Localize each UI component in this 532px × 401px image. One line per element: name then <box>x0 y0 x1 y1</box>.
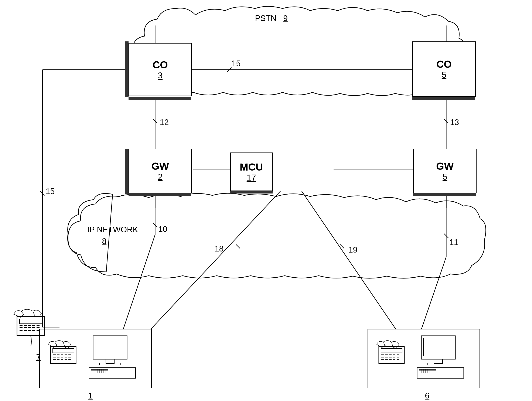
svg-rect-91 <box>19 319 42 324</box>
co5-label: CO <box>436 58 452 70</box>
gw5-number: 5 <box>443 172 447 182</box>
telephone-icon <box>13 304 59 351</box>
svg-rect-73 <box>393 359 395 360</box>
svg-rect-31 <box>65 355 67 355</box>
svg-line-21 <box>40 191 45 195</box>
svg-rect-96 <box>37 325 39 326</box>
mcu-label: MCU <box>240 161 263 173</box>
svg-rect-76 <box>424 338 453 356</box>
svg-rect-37 <box>68 357 71 357</box>
co5-shadow-bottom <box>412 97 475 100</box>
svg-rect-36 <box>65 357 67 357</box>
svg-rect-35 <box>61 357 63 357</box>
svg-rect-92 <box>19 325 23 326</box>
computer6-icon <box>417 334 468 380</box>
label-15-left: 15 <box>46 187 55 196</box>
svg-rect-71 <box>385 359 388 360</box>
co5-box: CO 5 <box>412 41 476 97</box>
svg-rect-44 <box>95 338 125 356</box>
svg-rect-74 <box>397 359 399 360</box>
co3-shadow-bottom <box>128 97 191 100</box>
gw2-box: GW 2 <box>128 149 192 193</box>
svg-rect-64 <box>397 355 399 355</box>
svg-rect-39 <box>57 359 59 360</box>
gw5-box: GW 5 <box>413 149 476 193</box>
svg-rect-98 <box>24 327 27 328</box>
svg-rect-60 <box>381 355 384 355</box>
ip-network-cloud <box>64 191 489 280</box>
co5-number: 5 <box>442 70 446 80</box>
svg-rect-59 <box>381 349 402 353</box>
svg-rect-40 <box>61 359 63 360</box>
ip-network-number: 8 <box>102 237 107 246</box>
svg-rect-38 <box>53 359 56 360</box>
label-13: 13 <box>450 118 459 127</box>
gw2-number: 2 <box>158 172 163 182</box>
svg-rect-106 <box>37 330 39 331</box>
svg-rect-93 <box>24 325 27 326</box>
svg-rect-43 <box>93 336 127 359</box>
svg-rect-34 <box>57 357 59 357</box>
phone6-icon <box>374 336 417 378</box>
svg-rect-41 <box>65 359 67 360</box>
svg-rect-68 <box>393 357 395 357</box>
svg-rect-30 <box>61 355 63 355</box>
svg-rect-33 <box>53 357 56 357</box>
svg-rect-65 <box>381 357 384 357</box>
svg-rect-63 <box>393 355 395 355</box>
label-15-top: 15 <box>232 59 241 68</box>
svg-rect-75 <box>421 336 455 359</box>
label-19: 19 <box>348 245 357 254</box>
svg-rect-42 <box>68 359 71 360</box>
svg-rect-67 <box>389 357 392 357</box>
terminal6-box <box>367 329 480 388</box>
gw2-shadow-right <box>125 149 128 194</box>
mcu-box: MCU 17 <box>230 152 272 191</box>
diagram: CO 3 CO 5 GW 2 GW 5 MCU 17 <box>0 0 532 401</box>
ip-network-label: IP NETWORK <box>87 225 138 234</box>
svg-rect-69 <box>397 357 399 357</box>
svg-line-19 <box>153 119 157 123</box>
label-12: 12 <box>160 118 169 127</box>
mcu-number: 17 <box>247 173 256 182</box>
gw2-shadow-bottom <box>128 193 191 196</box>
svg-rect-66 <box>385 357 388 357</box>
svg-rect-101 <box>37 327 39 328</box>
svg-rect-104 <box>28 330 31 331</box>
co3-box: CO 3 <box>128 43 192 96</box>
svg-rect-94 <box>28 325 31 326</box>
label-7: 7 <box>36 353 41 362</box>
pstn-label: PSTN 9 <box>255 14 288 23</box>
svg-rect-103 <box>24 330 27 331</box>
svg-rect-100 <box>32 327 35 328</box>
svg-rect-62 <box>389 355 392 355</box>
svg-line-20 <box>444 119 448 123</box>
svg-rect-99 <box>28 327 31 328</box>
svg-rect-29 <box>57 355 59 355</box>
co3-number: 3 <box>158 71 163 80</box>
gw2-label: GW <box>152 160 169 172</box>
co3-label: CO <box>152 59 168 71</box>
label-6: 6 <box>425 391 429 400</box>
label-11: 11 <box>449 238 458 247</box>
svg-rect-105 <box>32 330 35 331</box>
label-1: 1 <box>88 391 93 400</box>
co3-shadow-right <box>125 41 128 97</box>
svg-rect-72 <box>389 359 392 360</box>
gw5-label: GW <box>436 160 454 172</box>
svg-rect-95 <box>32 325 35 326</box>
label-18: 18 <box>215 244 223 253</box>
svg-rect-61 <box>385 355 388 355</box>
svg-rect-28 <box>53 355 56 355</box>
svg-rect-70 <box>381 359 384 360</box>
svg-rect-97 <box>19 327 23 328</box>
label-10: 10 <box>158 225 167 234</box>
svg-rect-102 <box>19 330 23 331</box>
svg-rect-32 <box>68 355 71 355</box>
telephone-svg <box>13 304 59 351</box>
gw5-shadow-bottom <box>413 193 476 196</box>
computer1-icon <box>89 334 140 380</box>
